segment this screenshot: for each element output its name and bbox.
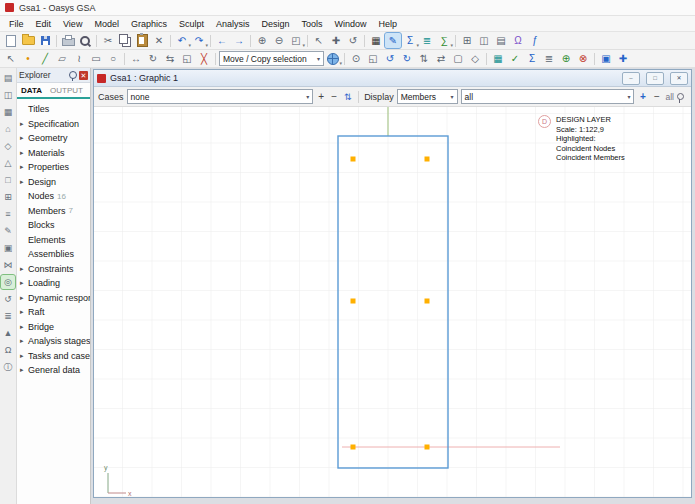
module-icon[interactable]: △	[1, 156, 15, 170]
module-icon[interactable]: ▤	[1, 71, 15, 85]
save-button[interactable]	[37, 33, 53, 48]
module-icon[interactable]: ⊞	[1, 190, 15, 204]
redo-button[interactable]: ↷	[191, 33, 207, 48]
remove-case-button[interactable]: −	[329, 91, 339, 102]
new-view-button[interactable]: ✚	[615, 51, 631, 66]
add-to-list-button[interactable]: +	[637, 91, 648, 102]
menu-item-file[interactable]: File	[3, 18, 30, 30]
entity-filter-combo[interactable]: all	[461, 89, 635, 104]
display-combo[interactable]: Members	[397, 89, 458, 104]
mirror-tool-button[interactable]: ⇆	[162, 51, 178, 66]
sidebar-item-tasks-and-cases[interactable]: ▸ Tasks and cases	[17, 349, 90, 364]
sidebar-item-specification[interactable]: ▸ Specification	[17, 117, 90, 132]
remove-from-list-button[interactable]: −	[651, 91, 662, 102]
sidebar-item-elements[interactable]: Elements	[17, 233, 90, 248]
module-icon[interactable]: ▲	[1, 326, 15, 340]
shrink-toggle-button[interactable]: ◱	[365, 51, 381, 66]
axes-toggle-button[interactable]: ⊙	[348, 51, 364, 66]
menu-item-view[interactable]: View	[57, 18, 88, 30]
chart-view-button[interactable]: ≣	[419, 33, 435, 48]
module-icon[interactable]: ↺	[1, 292, 15, 306]
module-icon[interactable]: ▣	[1, 241, 15, 255]
sidebar-item-constraints[interactable]: ▸ Constraints	[17, 262, 90, 277]
sidebar-item-members[interactable]: Members 7	[17, 204, 90, 219]
select-cursor-button[interactable]: ↖	[311, 33, 327, 48]
results-button[interactable]: Σ	[524, 51, 540, 66]
sidebar-item-titles[interactable]: Titles	[17, 102, 90, 117]
menu-item-window[interactable]: Window	[328, 18, 372, 30]
close-icon[interactable]: ✕	[79, 71, 88, 80]
menu-item-help[interactable]: Help	[373, 18, 404, 30]
spin-left-button[interactable]: ↺	[382, 51, 398, 66]
menu-item-graphics[interactable]: Graphics	[125, 18, 173, 30]
add-area-button[interactable]: ▱	[54, 51, 70, 66]
module-icon[interactable]: ◎	[1, 275, 15, 289]
output-view-button[interactable]: Σ	[402, 33, 418, 48]
sidebar-item-properties[interactable]: ▸ Properties	[17, 160, 90, 175]
module-icon[interactable]: ≡	[1, 207, 15, 221]
menu-item-analysis[interactable]: Analysis	[210, 18, 256, 30]
pin-icon[interactable]	[677, 93, 684, 100]
new-file-button[interactable]	[3, 33, 19, 48]
cut-button[interactable]: ✂	[100, 33, 116, 48]
pan-button[interactable]: ✚	[328, 33, 344, 48]
menu-item-sculpt[interactable]: Sculpt	[173, 18, 210, 30]
rows-view-button[interactable]: ▤	[493, 33, 509, 48]
graphic-window-titlebar[interactable]: Gsa1 : Graphic 1 – □ ✕	[94, 70, 691, 87]
tab-data[interactable]: DATA	[17, 85, 46, 96]
move-tool-button[interactable]: ↔	[128, 51, 144, 66]
select-tool-button[interactable]: ↖	[3, 51, 19, 66]
sync-cases-icon[interactable]: ⇅	[342, 92, 353, 102]
sidebar-item-dynamic-response[interactable]: ▸ Dynamic respon	[17, 291, 90, 306]
sidebar-item-materials[interactable]: ▸ Materials	[17, 146, 90, 161]
paste-button[interactable]	[134, 33, 150, 48]
module-icon[interactable]: Ω	[1, 343, 15, 357]
sidebar-item-nodes[interactable]: Nodes 16	[17, 189, 90, 204]
module-icon[interactable]: ▦	[1, 105, 15, 119]
save-view-button[interactable]: ▣	[598, 51, 614, 66]
module-icon[interactable]: ⌂	[1, 122, 15, 136]
sidebar-item-bridge[interactable]: ▸ Bridge	[17, 320, 90, 335]
globe-view-button[interactable]	[325, 51, 341, 66]
module-icon[interactable]: □	[1, 173, 15, 187]
forward-button[interactable]: →	[231, 33, 247, 48]
sidebar-item-geometry[interactable]: ▸ Geometry	[17, 131, 90, 146]
delete-button[interactable]: ✕	[151, 33, 167, 48]
scale-tool-button[interactable]: ◱	[179, 51, 195, 66]
all-label[interactable]: all	[665, 92, 674, 102]
print-button[interactable]	[60, 33, 76, 48]
table-view-button[interactable]: ▦	[368, 33, 384, 48]
zoom-extents-button[interactable]: ◰	[288, 33, 304, 48]
remove-view-button[interactable]: ⊗	[575, 51, 591, 66]
sidebar-item-assemblies[interactable]: Assemblies	[17, 247, 90, 262]
grid-toggle-button[interactable]: ⊞	[459, 33, 475, 48]
copy-button[interactable]	[117, 33, 133, 48]
sidebar-item-design[interactable]: ▸ Design	[17, 175, 90, 190]
zoom-out-button[interactable]: ⊖	[271, 33, 287, 48]
sum-button[interactable]: ∑	[436, 33, 452, 48]
frame-button[interactable]: ▢	[450, 51, 466, 66]
maximize-button[interactable]: □	[646, 72, 664, 85]
units-button[interactable]: Ω	[510, 33, 526, 48]
menu-item-model[interactable]: Model	[88, 18, 125, 30]
minimize-button[interactable]: –	[622, 72, 640, 85]
undo-button[interactable]: ↶	[174, 33, 190, 48]
label-members-button[interactable]: ▦	[490, 51, 506, 66]
add-view-button[interactable]: ⊕	[558, 51, 574, 66]
polyline-button[interactable]: ≀	[71, 51, 87, 66]
spin-right-button[interactable]: ↻	[399, 51, 415, 66]
graphics-canvas[interactable]: y x D DESIGN LAYERScale: 1:122,9Highligh…	[94, 107, 691, 497]
sidebar-item-loading[interactable]: ▸ Loading	[17, 276, 90, 291]
split-view-button[interactable]: ◫	[476, 33, 492, 48]
graphic-view-button[interactable]: ✎	[385, 33, 401, 48]
flip-vertical-button[interactable]: ⇅	[416, 51, 432, 66]
module-icon[interactable]: ◇	[1, 139, 15, 153]
flip-horizontal-button[interactable]: ⇄	[433, 51, 449, 66]
diamond-view-button[interactable]: ◇	[467, 51, 483, 66]
module-icon[interactable]: ≣	[1, 309, 15, 323]
pin-icon[interactable]	[69, 71, 77, 79]
check-button[interactable]: ✓	[507, 51, 523, 66]
module-icon[interactable]: ◫	[1, 88, 15, 102]
rotate-tool-button[interactable]: ↻	[145, 51, 161, 66]
function-button[interactable]: ƒ	[527, 33, 543, 48]
